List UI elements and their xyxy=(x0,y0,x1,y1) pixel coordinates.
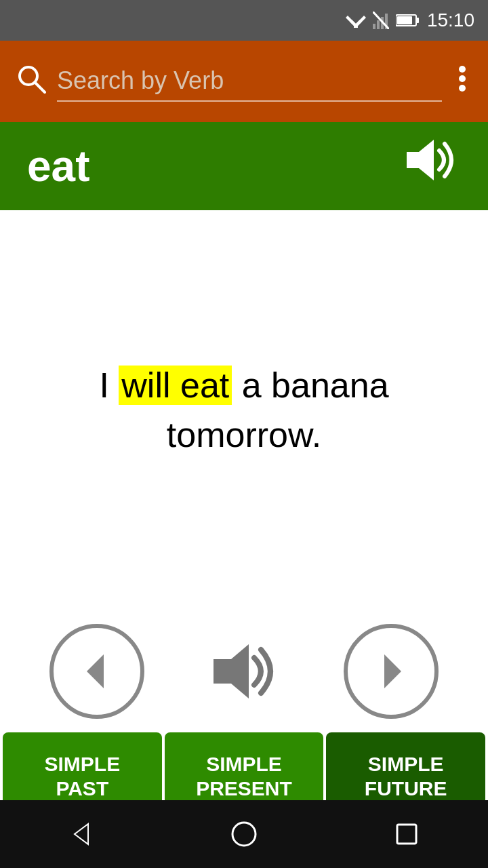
verb-header: eat xyxy=(0,122,488,210)
back-nav-button[interactable] xyxy=(58,810,105,858)
svg-rect-10 xyxy=(416,18,419,23)
svg-rect-7 xyxy=(381,17,384,29)
svg-rect-23 xyxy=(397,825,416,844)
svg-point-14 xyxy=(459,66,466,73)
signal-icon xyxy=(373,12,389,29)
play-button[interactable] xyxy=(203,631,285,712)
svg-point-22 xyxy=(232,823,256,846)
bottom-nav xyxy=(0,800,488,868)
sentence-before: I xyxy=(99,366,119,405)
svg-rect-8 xyxy=(385,14,388,29)
svg-marker-20 xyxy=(384,654,401,688)
status-bar: 15:10 xyxy=(0,0,488,41)
svg-marker-18 xyxy=(87,654,104,688)
sentence-highlighted: will eat xyxy=(119,366,232,405)
controls-row xyxy=(0,610,488,732)
search-header xyxy=(0,41,488,122)
main-content: I will eat a bananatomorrow. xyxy=(0,210,488,610)
svg-line-13 xyxy=(35,83,45,92)
svg-marker-21 xyxy=(75,824,88,844)
sentence-display: I will eat a bananatomorrow. xyxy=(99,361,388,460)
verb-speaker-icon[interactable] xyxy=(400,133,461,200)
wifi-icon xyxy=(346,13,366,28)
svg-rect-6 xyxy=(377,20,380,29)
home-nav-button[interactable] xyxy=(220,810,268,858)
prev-button[interactable] xyxy=(49,624,144,719)
verb-title: eat xyxy=(27,141,90,191)
svg-marker-19 xyxy=(214,644,249,698)
status-time: 15:10 xyxy=(427,9,474,31)
svg-rect-11 xyxy=(397,16,412,24)
svg-point-15 xyxy=(459,75,466,82)
recent-nav-button[interactable] xyxy=(383,810,430,858)
search-input[interactable] xyxy=(57,61,442,102)
status-icons: 15:10 xyxy=(346,9,474,31)
svg-marker-17 xyxy=(407,140,434,180)
next-button[interactable] xyxy=(344,624,439,719)
menu-icon[interactable] xyxy=(453,60,472,104)
svg-rect-5 xyxy=(373,24,375,29)
search-icon xyxy=(16,64,46,100)
battery-icon xyxy=(396,14,420,27)
svg-point-16 xyxy=(459,85,466,92)
